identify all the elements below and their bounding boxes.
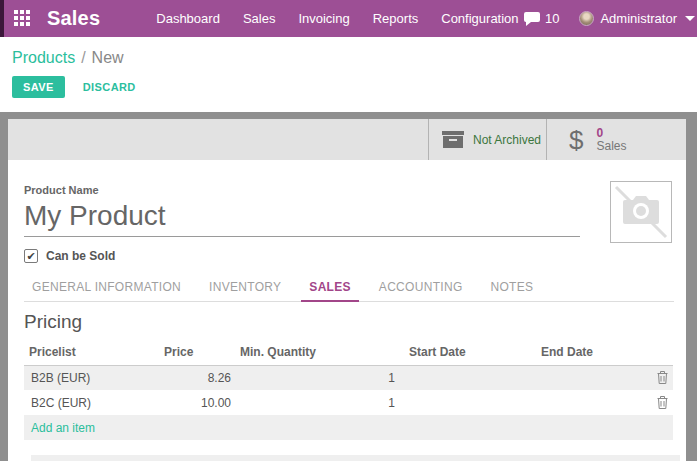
apps-grid-icon[interactable] — [13, 10, 31, 28]
user-menu[interactable]: Administrator — [579, 11, 695, 26]
trash-icon — [657, 371, 668, 384]
col-min-quantity: Min. Quantity — [233, 342, 397, 365]
pricing-row-b2b[interactable]: B2B (EUR) 8.26 1 — [24, 365, 673, 390]
delete-row-button[interactable] — [647, 390, 673, 415]
cell-price[interactable]: 10.00 — [157, 390, 233, 415]
archive-status-label: Not Archived — [473, 133, 541, 147]
nav-item-sales[interactable]: Sales — [243, 11, 276, 26]
cell-price[interactable]: 8.26 — [157, 365, 233, 390]
delete-row-button[interactable] — [647, 365, 673, 390]
chat-bubble-icon — [524, 12, 540, 26]
nav-item-configuration[interactable]: Configuration — [441, 11, 518, 26]
sales-stat-button[interactable]: $ 0 Sales — [546, 119, 686, 160]
tab-notes[interactable]: NOTES — [483, 276, 542, 301]
save-button[interactable]: SAVE — [12, 76, 65, 98]
can-be-sold-label: Can be Sold — [46, 249, 115, 263]
archive-toggle-button[interactable]: Not Archived — [428, 119, 546, 160]
pricing-header-row: Pricelist Price Min. Quantity Start Date… — [24, 342, 673, 365]
nav-item-invoicing[interactable]: Invoicing — [298, 11, 349, 26]
main-menu: Dashboard Sales Invoicing Reports Config… — [156, 11, 518, 26]
sheet-body: Product Name Can be Sold GENERAL INFORMA… — [24, 160, 674, 440]
add-item-link[interactable]: Add an item — [24, 415, 673, 440]
apps-grid-glyph — [14, 10, 31, 27]
form-sheet: Not Archived $ 0 Sales — [8, 119, 686, 461]
cell-min-quantity[interactable]: 1 — [233, 365, 397, 390]
col-price: Price — [157, 342, 233, 365]
archive-box-icon — [442, 131, 464, 148]
navbar-edge-strip — [0, 0, 4, 37]
discard-button[interactable]: DISCARD — [77, 76, 142, 98]
control-panel: Products/New SAVE DISCARD — [0, 37, 697, 112]
tab-inventory[interactable]: INVENTORY — [201, 276, 289, 301]
col-pricelist: Pricelist — [24, 342, 157, 365]
col-actions — [647, 342, 673, 365]
tab-sales[interactable]: SALES — [301, 276, 359, 302]
breadcrumb: Products/New — [12, 49, 124, 67]
stat-button-box: Not Archived $ 0 Sales — [8, 119, 686, 160]
breadcrumb-current: New — [92, 49, 124, 66]
cell-start-date[interactable] — [397, 365, 529, 390]
sales-stat-label: Sales — [596, 140, 626, 153]
navbar-right-cluster: 10 Administrator — [524, 0, 697, 37]
pricing-row-b2c[interactable]: B2C (EUR) 10.00 1 — [24, 390, 673, 415]
product-name-label: Product Name — [24, 184, 674, 196]
top-navbar: Sales Dashboard Sales Invoicing Reports … — [0, 0, 697, 37]
form-action-buttons: SAVE DISCARD — [12, 76, 142, 98]
tab-general-information[interactable]: GENERAL INFORMATION — [24, 276, 189, 301]
nav-item-dashboard[interactable]: Dashboard — [156, 11, 220, 26]
messages-button[interactable]: 10 — [524, 11, 559, 26]
col-start-date: Start Date — [397, 342, 529, 365]
cell-pricelist[interactable]: B2C (EUR) — [24, 390, 157, 415]
cell-start-date[interactable] — [397, 390, 529, 415]
cell-pricelist[interactable]: B2B (EUR) — [24, 365, 157, 390]
currency-dollar-icon: $ — [569, 127, 583, 153]
can-be-sold-checkbox[interactable] — [24, 249, 38, 263]
cell-min-quantity[interactable]: 1 — [233, 390, 397, 415]
user-avatar — [579, 11, 594, 26]
message-count: 10 — [545, 11, 559, 26]
tab-accounting[interactable]: ACCOUNTING — [371, 276, 471, 301]
nav-item-reports[interactable]: Reports — [373, 11, 419, 26]
breadcrumb-separator: / — [81, 49, 85, 66]
app-window: Sales Dashboard Sales Invoicing Reports … — [0, 0, 697, 461]
notebook-tabs: GENERAL INFORMATION INVENTORY SALES ACCO… — [24, 276, 674, 302]
cell-end-date[interactable] — [529, 390, 647, 415]
sales-stat-stack: 0 Sales — [596, 127, 626, 153]
col-end-date: End Date — [529, 342, 647, 365]
app-title: Sales — [47, 7, 100, 30]
cell-end-date[interactable] — [529, 365, 647, 390]
user-name: Administrator — [600, 11, 677, 26]
trash-icon — [657, 396, 668, 409]
breadcrumb-products-link[interactable]: Products — [12, 49, 75, 66]
sales-stat-value: 0 — [596, 127, 626, 140]
pricing-table: Pricelist Price Min. Quantity Start Date… — [24, 342, 673, 440]
add-item-row[interactable]: Add an item — [24, 415, 673, 440]
form-background: Not Archived $ 0 Sales — [0, 112, 697, 461]
can-be-sold-field[interactable]: Can be Sold — [24, 249, 674, 263]
next-section-partial — [31, 455, 680, 461]
chevron-down-icon — [685, 16, 695, 21]
product-name-input[interactable] — [24, 199, 580, 237]
pricing-section-title: Pricing — [24, 311, 674, 333]
